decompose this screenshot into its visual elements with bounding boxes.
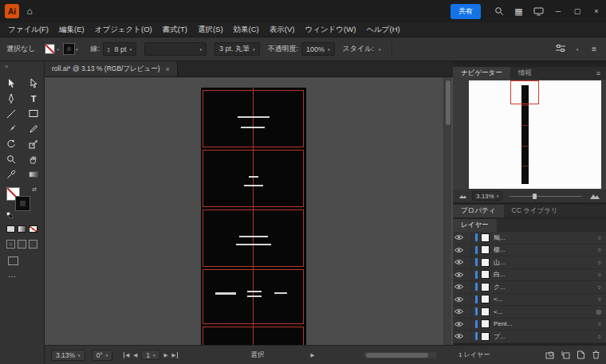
layer-thumbnail[interactable] xyxy=(481,307,490,316)
lock-toggle[interactable] xyxy=(465,294,472,306)
stroke-color-well[interactable] xyxy=(16,197,30,210)
tab-navigator[interactable]: ナビゲーター xyxy=(453,67,510,80)
pencil-tool-button[interactable] xyxy=(22,121,45,136)
layer-name[interactable]: <... xyxy=(494,308,502,315)
illustrator-app-icon[interactable]: Ai xyxy=(5,4,19,18)
layer-name[interactable]: Pent... xyxy=(494,320,512,327)
navigator-zoom-dropdown[interactable]: 3.13% ▾ xyxy=(472,191,502,201)
edit-toolbar-icon[interactable]: … xyxy=(8,270,17,279)
menu-object[interactable]: オブジェクト(O) xyxy=(95,25,152,35)
menu-help[interactable]: ヘルプ(H) xyxy=(366,25,399,35)
close-button[interactable]: × xyxy=(587,0,606,22)
hand-tool-button[interactable] xyxy=(22,151,45,166)
visibility-eye-icon[interactable] xyxy=(453,296,465,303)
draw-behind-button[interactable] xyxy=(18,240,26,249)
type-tool-button[interactable]: T xyxy=(22,91,45,106)
visibility-eye-icon[interactable] xyxy=(453,308,465,315)
first-artboard-icon[interactable]: ◀ xyxy=(124,352,129,358)
share-button[interactable]: 共有 xyxy=(451,4,481,19)
zoom-tool-button[interactable] xyxy=(0,151,22,166)
draw-normal-button[interactable] xyxy=(6,240,15,249)
layer-target-icon[interactable]: ○ xyxy=(597,246,601,253)
scale-tool-button[interactable] xyxy=(22,136,45,151)
layer-target-icon[interactable]: ○ xyxy=(597,296,601,303)
layer-target-icon[interactable]: ○ xyxy=(597,320,601,327)
layer-thumbnail[interactable] xyxy=(481,233,490,242)
opacity-dropdown[interactable]: 100% ▾ xyxy=(301,42,335,56)
stepper-arrows-icon[interactable]: ▴▾ xyxy=(108,46,110,53)
lock-toggle[interactable] xyxy=(465,232,472,244)
menu-effect[interactable]: 効果(C) xyxy=(234,25,259,35)
stroke-swatch[interactable] xyxy=(64,44,74,54)
lock-toggle[interactable] xyxy=(465,306,472,318)
layer-row[interactable]: <... ○ xyxy=(453,294,606,307)
menu-file[interactable]: ファイル(F) xyxy=(8,25,49,35)
lock-toggle[interactable] xyxy=(465,256,472,268)
layer-row[interactable]: 白... ○ xyxy=(453,269,606,282)
workspace-switcher-icon[interactable]: ▦ xyxy=(509,0,529,22)
navigator-zoom-slider-thumb[interactable] xyxy=(533,194,537,199)
none-button[interactable] xyxy=(29,225,37,233)
next-artboard-icon[interactable]: ▶ xyxy=(164,352,168,358)
draw-inside-button[interactable] xyxy=(29,240,37,249)
layer-row[interactable]: 鳩... ○ xyxy=(453,232,606,245)
layer-target-icon[interactable]: ○ xyxy=(597,234,601,241)
screen-mode-button[interactable] xyxy=(8,256,18,265)
visibility-eye-icon[interactable] xyxy=(453,272,465,278)
stroke-chevron-down-icon[interactable]: ▾ xyxy=(76,47,78,52)
layer-target-icon[interactable]: ○ xyxy=(597,271,601,278)
tab-properties[interactable]: プロパティ xyxy=(453,205,504,217)
layer-row[interactable]: 山... ○ xyxy=(453,256,606,269)
layer-name[interactable]: ブ... xyxy=(494,332,506,341)
direct-selection-tool-button[interactable] xyxy=(22,76,45,91)
menu-edit[interactable]: 編集(E) xyxy=(59,25,85,35)
lock-toggle[interactable] xyxy=(465,331,472,342)
layer-row[interactable]: ク... ○ xyxy=(453,281,606,294)
pen-tool-button[interactable] xyxy=(0,91,22,106)
new-sublayer-icon[interactable] xyxy=(561,350,570,359)
color-button[interactable] xyxy=(6,225,15,233)
style-chevron-icon[interactable]: ▾ xyxy=(379,47,381,52)
menu-select[interactable]: 選択(S) xyxy=(198,25,223,35)
horizontal-scrollbar[interactable] xyxy=(364,352,437,358)
menu-window[interactable]: ウィンドウ(W) xyxy=(305,25,356,35)
make-clipping-mask-icon[interactable] xyxy=(545,350,555,359)
menu-type[interactable]: 書式(T) xyxy=(163,25,187,35)
maximize-button[interactable]: ▢ xyxy=(568,0,587,22)
lock-toggle[interactable] xyxy=(465,269,472,281)
horizontal-scrollbar-thumb[interactable] xyxy=(366,353,428,358)
menu-view[interactable]: 表示(V) xyxy=(270,25,295,35)
visibility-eye-icon[interactable] xyxy=(453,284,465,290)
navigator-zoom-slider[interactable] xyxy=(510,196,582,197)
tab-close-icon[interactable]: × xyxy=(166,65,170,73)
zoom-out-mountains-icon[interactable] xyxy=(458,193,467,199)
last-artboard-icon[interactable]: ▶ xyxy=(172,352,178,358)
visibility-eye-icon[interactable] xyxy=(453,333,465,339)
stroke-weight-stepper[interactable]: ▴▾ 8 pt ▾ xyxy=(103,42,136,56)
rectangle-tool-button[interactable] xyxy=(22,106,45,121)
layer-row[interactable]: ブ... ○ xyxy=(453,331,606,343)
lock-toggle[interactable] xyxy=(465,281,472,293)
layer-thumbnail[interactable] xyxy=(481,283,490,292)
lock-toggle[interactable] xyxy=(465,245,472,256)
visibility-eye-icon[interactable] xyxy=(453,247,465,253)
artboard-number-dropdown[interactable]: 1 ▾ xyxy=(141,350,159,360)
layer-name[interactable]: 鳩... xyxy=(494,233,506,242)
layer-row[interactable]: <... ◎ xyxy=(453,306,606,319)
layer-name[interactable]: 榎... xyxy=(494,245,506,254)
navigator-panel-menu-icon[interactable]: ≡ xyxy=(596,67,600,80)
rotation-dropdown[interactable]: 0° ▾ xyxy=(92,350,113,361)
stroke-weight-chevron-icon[interactable]: ▾ xyxy=(130,47,132,52)
layer-name[interactable]: 山... xyxy=(494,258,506,267)
panel-options-chevron-icon[interactable]: ▾ xyxy=(576,47,579,52)
selection-tool-button[interactable] xyxy=(0,76,22,91)
status-expand-icon[interactable]: ▶ xyxy=(311,352,315,358)
layer-target-icon[interactable]: ○ xyxy=(597,333,601,340)
layer-row[interactable]: 榎... ○ xyxy=(453,245,606,257)
collapse-toolbar-icon[interactable]: « xyxy=(5,63,8,70)
eyedropper-tool-button[interactable] xyxy=(0,166,22,182)
layer-thumbnail[interactable] xyxy=(481,319,490,328)
lock-toggle[interactable] xyxy=(465,319,472,331)
layer-name[interactable]: <... xyxy=(494,296,502,303)
zoom-dropdown[interactable]: 3.13% ▾ xyxy=(51,350,85,361)
